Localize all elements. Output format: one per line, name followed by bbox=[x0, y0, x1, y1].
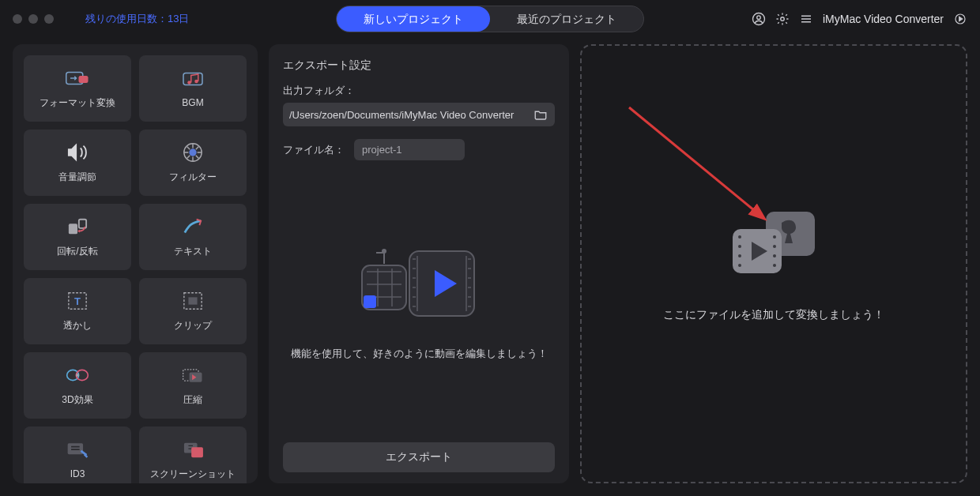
file-dropzone[interactable]: ここにファイルを追加して変換しましょう！ bbox=[580, 44, 967, 483]
export-settings-panel: エクスポート設定 出力フォルダ： /Users/zoen/Documents/i… bbox=[269, 44, 569, 483]
svg-rect-16 bbox=[188, 297, 197, 304]
browse-folder-button[interactable] bbox=[533, 107, 548, 122]
account-icon[interactable] bbox=[752, 12, 766, 26]
svg-rect-24 bbox=[191, 447, 203, 457]
titlebar: 残りの使用日数：13日 新しいプロジェクト 最近のプロジェクト iMyMac V… bbox=[0, 0, 980, 38]
tool-text[interactable]: テキスト bbox=[139, 204, 247, 270]
svg-rect-11 bbox=[69, 224, 77, 234]
svg-rect-22 bbox=[68, 443, 83, 454]
tool-label: スクリーンショット bbox=[150, 468, 236, 481]
tool-filter[interactable]: フィルター bbox=[139, 130, 247, 196]
filename-row: ファイル名： bbox=[283, 139, 555, 160]
tool-format-convert[interactable]: フォーマット変換 bbox=[24, 55, 131, 122]
tool-label: 圧縮 bbox=[183, 393, 202, 407]
tool-label: BGM bbox=[182, 97, 203, 108]
tool-id3[interactable]: ID3 bbox=[24, 426, 131, 483]
svg-point-34 bbox=[738, 264, 741, 267]
window-controls bbox=[13, 14, 54, 24]
tool-bgm[interactable]: BGM bbox=[139, 55, 247, 122]
filter-icon bbox=[181, 142, 205, 163]
tool-screenshot[interactable]: スクリーンショット bbox=[139, 426, 247, 483]
output-folder-path: /Users/zoen/Documents/iMyMac Video Conve… bbox=[289, 109, 526, 121]
output-folder-row: /Users/zoen/Documents/iMyMac Video Conve… bbox=[283, 103, 555, 126]
svg-point-35 bbox=[773, 235, 776, 239]
tool-compress[interactable]: 圧縮 bbox=[139, 352, 247, 419]
settings-icon[interactable] bbox=[775, 12, 790, 26]
3d-effect-icon bbox=[66, 365, 89, 385]
tool-label: テキスト bbox=[174, 245, 212, 258]
tool-volume[interactable]: 音量調節 bbox=[24, 130, 131, 196]
bgm-icon bbox=[181, 69, 205, 89]
tool-rotate-flip[interactable]: 回転/反転 bbox=[24, 204, 131, 270]
watermark-icon: T bbox=[66, 291, 89, 311]
minimize-window-button[interactable] bbox=[28, 14, 38, 24]
export-section-title: エクスポート設定 bbox=[283, 58, 555, 73]
tool-label: フィルター bbox=[169, 171, 217, 184]
dropzone-text: ここにファイルを追加して変換しましょう！ bbox=[663, 308, 884, 322]
tool-grid-panel: フォーマット変換BGM音量調節フィルター回転/反転テキストT透かしクリップ3D効… bbox=[13, 44, 258, 483]
svg-point-31 bbox=[738, 235, 741, 239]
tab-recent-projects[interactable]: 最近のプロジェクト bbox=[490, 6, 643, 32]
filename-label: ファイル名： bbox=[283, 143, 345, 157]
project-tabs: 新しいプロジェクト 最近のプロジェクト bbox=[336, 6, 644, 32]
compress-icon bbox=[181, 365, 205, 385]
zoom-window-button[interactable] bbox=[44, 14, 54, 24]
workspace: フォーマット変換BGM音量調節フィルター回転/反転テキストT透かしクリップ3D効… bbox=[0, 38, 980, 496]
trial-days-remaining: 残りの使用日数：13日 bbox=[85, 12, 189, 26]
screenshot-icon bbox=[181, 439, 205, 460]
clip-icon bbox=[181, 291, 205, 311]
play-badge-icon[interactable] bbox=[953, 12, 967, 26]
dropzone-media-icon bbox=[726, 205, 821, 276]
svg-point-10 bbox=[189, 148, 196, 156]
tool-label: フォーマット変換 bbox=[40, 96, 115, 110]
rotate-flip-icon bbox=[66, 216, 89, 237]
id3-icon bbox=[66, 440, 89, 460]
tool-label: クリップ bbox=[174, 319, 212, 333]
tool-label: ID3 bbox=[70, 468, 85, 479]
tool-clip[interactable]: クリップ bbox=[139, 278, 247, 344]
svg-rect-19 bbox=[76, 374, 78, 376]
app-name-label: iMyMac Video Converter bbox=[823, 13, 944, 25]
tool-label: 透かし bbox=[63, 319, 92, 333]
svg-point-33 bbox=[738, 254, 741, 257]
svg-point-37 bbox=[773, 254, 776, 257]
filename-input[interactable] bbox=[354, 139, 465, 160]
svg-rect-5 bbox=[79, 76, 89, 83]
output-folder-label: 出力フォルダ： bbox=[283, 84, 555, 98]
export-button[interactable]: エクスポート bbox=[283, 442, 555, 472]
tool-watermark[interactable]: T透かし bbox=[24, 278, 131, 344]
svg-point-32 bbox=[738, 245, 741, 248]
format-convert-icon bbox=[66, 68, 89, 88]
svg-point-36 bbox=[773, 245, 776, 248]
svg-point-2 bbox=[781, 17, 785, 21]
svg-point-1 bbox=[757, 16, 761, 20]
editor-illustration-icon bbox=[356, 240, 482, 327]
tool-3d-effect[interactable]: 3D効果 bbox=[24, 352, 131, 419]
svg-rect-26 bbox=[364, 295, 376, 308]
volume-icon bbox=[66, 142, 89, 163]
tool-label: 回転/反転 bbox=[57, 245, 97, 258]
close-window-button[interactable] bbox=[13, 14, 22, 24]
text-icon bbox=[181, 216, 205, 237]
export-illustration-caption: 機能を使用して、好きのように動画を編集しましょう！ bbox=[291, 346, 548, 363]
tool-label: 音量調節 bbox=[58, 171, 96, 184]
export-illustration: 機能を使用して、好きのように動画を編集しましょう！ bbox=[283, 160, 555, 442]
titlebar-right-controls: iMyMac Video Converter bbox=[752, 12, 967, 26]
svg-point-27 bbox=[382, 249, 386, 254]
tab-new-project[interactable]: 新しいプロジェクト bbox=[337, 6, 490, 32]
menu-icon[interactable] bbox=[799, 12, 813, 26]
svg-text:T: T bbox=[74, 295, 81, 306]
tool-label: 3D効果 bbox=[62, 393, 92, 407]
svg-point-38 bbox=[773, 264, 776, 267]
